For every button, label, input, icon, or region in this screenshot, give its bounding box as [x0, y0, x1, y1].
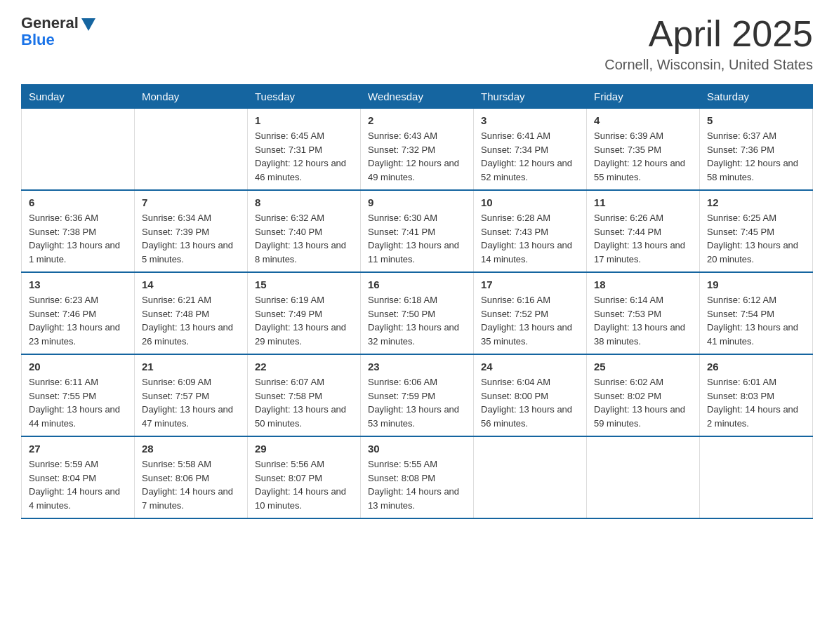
day-number: 11	[594, 196, 692, 208]
calendar-cell: 27Sunrise: 5:59 AMSunset: 8:04 PMDayligh…	[22, 436, 135, 518]
day-info: Sunrise: 6:16 AMSunset: 7:52 PMDaylight:…	[481, 293, 579, 348]
header-day-sunday: Sunday	[22, 85, 135, 109]
header-day-thursday: Thursday	[474, 85, 587, 109]
calendar-cell: 16Sunrise: 6:18 AMSunset: 7:50 PMDayligh…	[361, 272, 474, 354]
day-number: 14	[142, 279, 240, 290]
day-info: Sunrise: 6:12 AMSunset: 7:54 PMDaylight:…	[707, 293, 805, 348]
calendar-cell: 11Sunrise: 6:26 AMSunset: 7:44 PMDayligh…	[587, 190, 700, 272]
calendar-table: SundayMondayTuesdayWednesdayThursdayFrid…	[21, 84, 813, 519]
day-info: Sunrise: 6:36 AMSunset: 7:38 PMDaylight:…	[29, 211, 127, 266]
calendar-cell	[22, 109, 135, 191]
day-info: Sunrise: 5:55 AMSunset: 8:08 PMDaylight:…	[368, 457, 466, 512]
day-number: 13	[29, 279, 127, 290]
calendar-cell: 12Sunrise: 6:25 AMSunset: 7:45 PMDayligh…	[700, 190, 813, 272]
calendar-cell: 26Sunrise: 6:01 AMSunset: 8:03 PMDayligh…	[700, 354, 813, 436]
day-number: 20	[29, 361, 127, 373]
day-info: Sunrise: 5:56 AMSunset: 8:07 PMDaylight:…	[255, 457, 353, 512]
logo-triangle-icon	[81, 18, 95, 31]
calendar-cell: 18Sunrise: 6:14 AMSunset: 7:53 PMDayligh…	[587, 272, 700, 354]
day-number: 2	[368, 114, 466, 126]
day-info: Sunrise: 6:19 AMSunset: 7:49 PMDaylight:…	[255, 293, 353, 348]
day-info: Sunrise: 6:43 AMSunset: 7:32 PMDaylight:…	[368, 129, 466, 184]
week-row-4: 20Sunrise: 6:11 AMSunset: 7:55 PMDayligh…	[22, 354, 813, 436]
day-info: Sunrise: 6:07 AMSunset: 7:58 PMDaylight:…	[255, 375, 353, 430]
day-info: Sunrise: 6:21 AMSunset: 7:48 PMDaylight:…	[142, 293, 240, 348]
day-number: 8	[255, 196, 353, 208]
calendar-header: SundayMondayTuesdayWednesdayThursdayFrid…	[22, 85, 813, 109]
calendar-cell: 6Sunrise: 6:36 AMSunset: 7:38 PMDaylight…	[22, 190, 135, 272]
day-number: 6	[29, 196, 127, 208]
day-number: 26	[707, 361, 805, 373]
day-number: 18	[594, 279, 692, 290]
calendar-cell: 23Sunrise: 6:06 AMSunset: 7:59 PMDayligh…	[361, 354, 474, 436]
day-info: Sunrise: 6:39 AMSunset: 7:35 PMDaylight:…	[594, 129, 692, 184]
day-info: Sunrise: 6:01 AMSunset: 8:03 PMDaylight:…	[707, 375, 805, 430]
calendar-cell: 21Sunrise: 6:09 AMSunset: 7:57 PMDayligh…	[135, 354, 248, 436]
calendar-cell: 24Sunrise: 6:04 AMSunset: 8:00 PMDayligh…	[474, 354, 587, 436]
calendar-cell	[587, 436, 700, 518]
day-number: 12	[707, 196, 805, 208]
calendar-cell: 28Sunrise: 5:58 AMSunset: 8:06 PMDayligh…	[135, 436, 248, 518]
day-number: 24	[481, 361, 579, 373]
calendar-cell	[700, 436, 813, 518]
calendar-cell: 30Sunrise: 5:55 AMSunset: 8:08 PMDayligh…	[361, 436, 474, 518]
day-number: 1	[255, 114, 353, 126]
calendar-cell	[474, 436, 587, 518]
day-info: Sunrise: 5:59 AMSunset: 8:04 PMDaylight:…	[29, 457, 127, 512]
header-day-friday: Friday	[587, 85, 700, 109]
day-info: Sunrise: 6:28 AMSunset: 7:43 PMDaylight:…	[481, 211, 579, 266]
day-info: Sunrise: 6:41 AMSunset: 7:34 PMDaylight:…	[481, 129, 579, 184]
day-info: Sunrise: 6:45 AMSunset: 7:31 PMDaylight:…	[255, 129, 353, 184]
day-info: Sunrise: 6:09 AMSunset: 7:57 PMDaylight:…	[142, 375, 240, 430]
calendar-cell: 2Sunrise: 6:43 AMSunset: 7:32 PMDaylight…	[361, 109, 474, 191]
day-number: 29	[255, 443, 353, 455]
calendar-cell: 8Sunrise: 6:32 AMSunset: 7:40 PMDaylight…	[248, 190, 361, 272]
day-info: Sunrise: 6:14 AMSunset: 7:53 PMDaylight:…	[594, 293, 692, 348]
day-info: Sunrise: 6:34 AMSunset: 7:39 PMDaylight:…	[142, 211, 240, 266]
calendar-cell: 3Sunrise: 6:41 AMSunset: 7:34 PMDaylight…	[474, 109, 587, 191]
day-number: 9	[368, 196, 466, 208]
calendar-cell: 1Sunrise: 6:45 AMSunset: 7:31 PMDaylight…	[248, 109, 361, 191]
day-info: Sunrise: 6:25 AMSunset: 7:45 PMDaylight:…	[707, 211, 805, 266]
day-info: Sunrise: 6:23 AMSunset: 7:46 PMDaylight:…	[29, 293, 127, 348]
calendar-cell: 7Sunrise: 6:34 AMSunset: 7:39 PMDaylight…	[135, 190, 248, 272]
day-number: 17	[481, 279, 579, 290]
title-section: April 2025 Cornell, Wisconsin, United St…	[604, 14, 813, 73]
day-number: 28	[142, 443, 240, 455]
calendar-cell: 19Sunrise: 6:12 AMSunset: 7:54 PMDayligh…	[700, 272, 813, 354]
day-info: Sunrise: 6:37 AMSunset: 7:36 PMDaylight:…	[707, 129, 805, 184]
calendar-cell: 13Sunrise: 6:23 AMSunset: 7:46 PMDayligh…	[22, 272, 135, 354]
day-info: Sunrise: 6:02 AMSunset: 8:02 PMDaylight:…	[594, 375, 692, 430]
day-number: 30	[368, 443, 466, 455]
day-number: 27	[29, 443, 127, 455]
header-day-monday: Monday	[135, 85, 248, 109]
day-number: 4	[594, 114, 692, 126]
logo-blue-text: Blue	[21, 31, 55, 49]
header-day-tuesday: Tuesday	[248, 85, 361, 109]
day-number: 23	[368, 361, 466, 373]
week-row-3: 13Sunrise: 6:23 AMSunset: 7:46 PMDayligh…	[22, 272, 813, 354]
calendar-cell: 20Sunrise: 6:11 AMSunset: 7:55 PMDayligh…	[22, 354, 135, 436]
week-row-5: 27Sunrise: 5:59 AMSunset: 8:04 PMDayligh…	[22, 436, 813, 518]
day-number: 21	[142, 361, 240, 373]
calendar-cell: 17Sunrise: 6:16 AMSunset: 7:52 PMDayligh…	[474, 272, 587, 354]
week-row-1: 1Sunrise: 6:45 AMSunset: 7:31 PMDaylight…	[22, 109, 813, 191]
calendar-cell	[135, 109, 248, 191]
page-header: General Blue April 2025 Cornell, Wiscons…	[21, 14, 813, 73]
location-title: Cornell, Wisconsin, United States	[604, 57, 813, 73]
day-number: 3	[481, 114, 579, 126]
day-number: 7	[142, 196, 240, 208]
calendar-cell: 29Sunrise: 5:56 AMSunset: 8:07 PMDayligh…	[248, 436, 361, 518]
day-info: Sunrise: 5:58 AMSunset: 8:06 PMDaylight:…	[142, 457, 240, 512]
day-info: Sunrise: 6:18 AMSunset: 7:50 PMDaylight:…	[368, 293, 466, 348]
calendar-body: 1Sunrise: 6:45 AMSunset: 7:31 PMDaylight…	[22, 109, 813, 519]
calendar-cell: 22Sunrise: 6:07 AMSunset: 7:58 PMDayligh…	[248, 354, 361, 436]
day-info: Sunrise: 6:04 AMSunset: 8:00 PMDaylight:…	[481, 375, 579, 430]
calendar-cell: 9Sunrise: 6:30 AMSunset: 7:41 PMDaylight…	[361, 190, 474, 272]
day-number: 10	[481, 196, 579, 208]
day-info: Sunrise: 6:11 AMSunset: 7:55 PMDaylight:…	[29, 375, 127, 430]
calendar-cell: 25Sunrise: 6:02 AMSunset: 8:02 PMDayligh…	[587, 354, 700, 436]
day-number: 25	[594, 361, 692, 373]
day-number: 22	[255, 361, 353, 373]
day-number: 19	[707, 279, 805, 290]
